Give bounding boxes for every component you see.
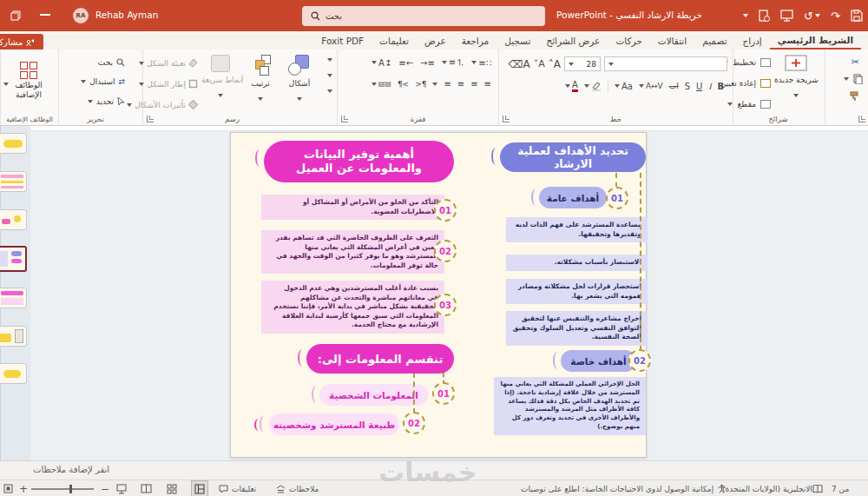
redo-icon[interactable]: ↷	[831, 10, 840, 23]
shape-effects-button[interactable]: تأثيرات الأشكال	[127, 100, 198, 109]
goal-box[interactable]: الحل الإجرائي العملي للمشكلة التي يعاني …	[494, 377, 646, 435]
info-box[interactable]: التعرف على الظروف الحاضرة التي قد تساهم …	[261, 230, 444, 274]
start-slideshow-icon[interactable]	[780, 10, 793, 22]
slide-thumbnail[interactable]	[0, 171, 27, 192]
notes-button[interactable]: ملاحظات	[276, 480, 319, 496]
goal-box[interactable]: الاستبصار بأسباب مشكلاته.	[506, 255, 648, 271]
goal-box[interactable]: إخراج مشاعره والتنفيس عنها لتحقيق التواف…	[506, 311, 648, 346]
bullets-icon[interactable]: ∷≡	[471, 58, 491, 68]
shapes-button[interactable]: أشكال	[281, 55, 318, 104]
quick-styles-button[interactable]: أنماط سريعة	[201, 55, 240, 101]
spellcheck-icon[interactable]	[812, 480, 823, 496]
paragraph-dialog-launcher-icon[interactable]	[341, 116, 348, 122]
align-right-icon[interactable]: ≡	[484, 79, 491, 89]
slide-thumbnail[interactable]	[0, 363, 27, 384]
info-box[interactable]: التأكد من الخلو من الأمراض أو المشاكل أو…	[261, 195, 444, 220]
find-button[interactable]: بحث	[98, 58, 125, 67]
language-status[interactable]: الانجليزية (الولايات المتحدة)	[722, 480, 812, 496]
grow-font-icon[interactable]: A˄	[549, 58, 561, 70]
change-case-icon[interactable]: Aa	[615, 82, 633, 91]
zoom-out-icon[interactable]: −	[101, 480, 109, 496]
line-spacing-icon[interactable]: ↕A	[372, 58, 391, 68]
personal-info-pill[interactable]: المعلومات الشخصية	[319, 384, 428, 406]
font-dialog-launcher-icon[interactable]	[503, 116, 510, 122]
justify-icon[interactable]: ≡	[444, 79, 450, 89]
underline-icon[interactable]: U	[696, 82, 702, 91]
addins-button[interactable]: الوظائف الإضافية	[10, 56, 48, 100]
share-button[interactable]: مشاركة	[0, 34, 43, 50]
search-input[interactable]: بحث	[302, 6, 545, 26]
ltr-direction-icon[interactable]: >¶	[398, 80, 409, 89]
gallery-scroll-icons[interactable]	[325, 58, 335, 93]
shrink-font-icon[interactable]: A˅	[534, 58, 545, 69]
goal-box[interactable]: استحضار قرارات لحل مشكلاته ومصادر همومه …	[506, 279, 648, 304]
minimize-window-icon[interactable]	[40, 14, 50, 16]
special-goals-pill[interactable]: أهداف خاصة	[561, 350, 636, 372]
pen-document-icon[interactable]	[759, 10, 770, 23]
tab-review[interactable]: مراجعة	[454, 31, 497, 50]
tab-insert[interactable]: إدراج	[734, 31, 769, 50]
columns-icon[interactable]: ▤▤	[372, 80, 391, 88]
alignment-more-icon[interactable]	[432, 83, 437, 86]
section-button[interactable]: مقطع	[727, 100, 771, 109]
clipboard-dialog-launcher-icon[interactable]	[858, 116, 865, 122]
tab-design[interactable]: تصميم	[694, 31, 734, 50]
comments-button[interactable]: تعليقات	[219, 480, 256, 496]
general-goals-pill[interactable]: أهداف عامة	[539, 187, 607, 208]
slide-thumbnail[interactable]	[0, 209, 27, 230]
qat-options-icon[interactable]	[743, 14, 748, 17]
accessibility-status[interactable]: إمكانية الوصول لذوي الاحتياجات الخاصة: ا…	[521, 480, 727, 496]
shape-outline-button[interactable]: إطار الشكل	[139, 79, 198, 89]
slide-thumbnail[interactable]	[0, 133, 27, 154]
select-button[interactable]: تحديد	[88, 96, 125, 106]
tab-animations[interactable]: حركات	[608, 31, 649, 50]
text-shadow-icon[interactable]: S	[685, 82, 690, 91]
decrease-indent-icon[interactable]: ≡→	[420, 58, 435, 68]
tab-home[interactable]: الشريط الرئيسي	[770, 31, 861, 50]
goal-box[interactable]: مساعدة المسترشد على فهم الذات لديه وتقدي…	[506, 217, 648, 242]
info-types-pill[interactable]: تنقسم المعلومات إلى:	[306, 344, 454, 374]
tab-foxit-pdf[interactable]: Foxit PDF	[313, 31, 372, 50]
save-icon[interactable]	[851, 10, 863, 22]
slide-thumbnail[interactable]	[0, 326, 27, 347]
undo-icon[interactable]: ↺	[804, 10, 820, 23]
clear-formatting-icon[interactable]: A⌫	[509, 58, 530, 70]
replace-button[interactable]: ⇄ استبدال	[81, 77, 125, 86]
cut-icon[interactable]: ✂	[852, 56, 859, 68]
copy-button[interactable]	[844, 74, 863, 84]
zoom-slider[interactable]	[31, 480, 94, 496]
bold-icon[interactable]: B	[717, 82, 724, 91]
normal-view-icon[interactable]	[191, 480, 208, 496]
arrange-button[interactable]: ترتيب	[243, 55, 278, 104]
new-slide-button[interactable]: شريحة جديدة	[774, 55, 818, 101]
slideshow-view-icon[interactable]	[116, 480, 127, 496]
tab-slideshow[interactable]: عرض الشرائح	[538, 31, 608, 50]
font-size-select[interactable]: 28	[564, 56, 601, 71]
drawing-dialog-launcher-icon[interactable]	[147, 116, 154, 122]
shape-fill-button[interactable]: تعبئة الشكل	[139, 58, 198, 68]
fit-slide-icon[interactable]	[3, 480, 13, 496]
tab-view[interactable]: عرض	[417, 31, 454, 50]
counselee-nature-pill[interactable]: طبيعة المسترشد وشخصيته	[269, 413, 399, 435]
slide-sorter-view-icon[interactable]	[167, 480, 177, 496]
numbering-icon[interactable]: ⒈≡	[442, 56, 464, 69]
tab-record[interactable]: تسجيل	[496, 31, 538, 50]
font-color-icon[interactable]: A	[565, 81, 578, 92]
addins-dropdown-icon[interactable]	[3, 83, 9, 86]
slide-canvas[interactable]: تحديد الأهداف لعملية الارشاد 01 أهداف عا…	[230, 132, 647, 458]
rtl-direction-icon[interactable]: ¶<	[415, 80, 426, 89]
notes-placeholder[interactable]: انقر لإضافة ملاحظات	[33, 465, 109, 474]
font-name-select[interactable]	[604, 56, 727, 71]
reading-view-icon[interactable]	[141, 480, 152, 496]
format-painter-icon[interactable]	[849, 91, 859, 102]
slide-thumbnail-selected[interactable]	[0, 246, 27, 272]
slide-thumbnail[interactable]	[0, 288, 27, 308]
align-center-icon[interactable]: ≡	[470, 79, 477, 89]
tab-transitions[interactable]: انتقالات	[650, 31, 694, 50]
increase-indent-icon[interactable]: ←≡	[398, 58, 413, 68]
info-box[interactable]: بسبب عادة أغلب المسترشدين وهي عدم الدخول…	[261, 281, 444, 334]
align-left-icon[interactable]: ≡	[457, 79, 464, 89]
tab-help[interactable]: تعليمات	[372, 31, 417, 50]
slide-thumbnail-panel[interactable]	[0, 126, 30, 460]
zoom-in-icon[interactable]: +	[19, 480, 28, 496]
